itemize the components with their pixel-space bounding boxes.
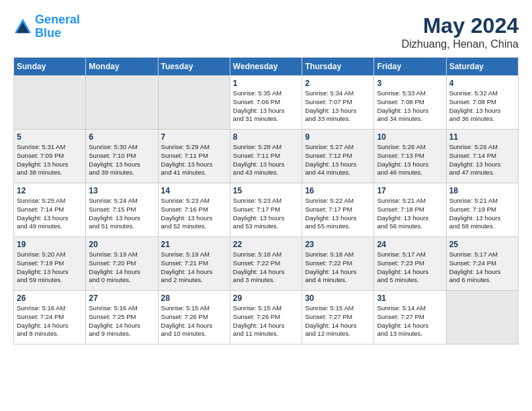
cell-content: Sunrise: 5:27 AM Sunset: 7:12 PM Dayligh… bbox=[305, 143, 371, 177]
header-saturday: Saturday bbox=[446, 58, 518, 76]
day-number: 14 bbox=[161, 186, 227, 195]
calendar-cell: 28Sunrise: 5:15 AM Sunset: 7:26 PM Dayli… bbox=[158, 291, 230, 345]
cell-content: Sunrise: 5:17 AM Sunset: 7:24 PM Dayligh… bbox=[449, 250, 515, 285]
header-wednesday: Wednesday bbox=[230, 58, 302, 76]
month-year: May 2024 bbox=[402, 13, 519, 38]
day-number: 3 bbox=[377, 79, 443, 88]
day-number: 15 bbox=[233, 186, 299, 195]
header-monday: Monday bbox=[86, 58, 158, 76]
calendar-cell: 26Sunrise: 5:16 AM Sunset: 7:24 PM Dayli… bbox=[14, 291, 86, 345]
calendar-cell: 23Sunrise: 5:18 AM Sunset: 7:22 PM Dayli… bbox=[302, 237, 374, 291]
calendar-cell: 6Sunrise: 5:30 AM Sunset: 7:10 PM Daylig… bbox=[86, 130, 158, 183]
header-sunday: Sunday bbox=[14, 58, 86, 76]
cell-content: Sunrise: 5:32 AM Sunset: 7:08 PM Dayligh… bbox=[449, 89, 515, 124]
cell-content: Sunrise: 5:15 AM Sunset: 7:26 PM Dayligh… bbox=[161, 304, 227, 338]
day-number: 11 bbox=[449, 132, 515, 142]
cell-content: Sunrise: 5:24 AM Sunset: 7:15 PM Dayligh… bbox=[89, 197, 154, 231]
day-number: 26 bbox=[17, 293, 83, 303]
calendar-cell: 27Sunrise: 5:16 AM Sunset: 7:25 PM Dayli… bbox=[86, 291, 158, 345]
logo-line2: Blue bbox=[35, 26, 61, 40]
day-number: 16 bbox=[305, 186, 371, 195]
calendar-cell: 1Sunrise: 5:35 AM Sunset: 7:06 PM Daylig… bbox=[230, 76, 302, 130]
day-number: 22 bbox=[233, 240, 299, 249]
calendar-cell: 18Sunrise: 5:21 AM Sunset: 7:19 PM Dayli… bbox=[446, 183, 518, 237]
cell-content: Sunrise: 5:16 AM Sunset: 7:24 PM Dayligh… bbox=[17, 304, 83, 338]
title-block: May 2024 Dizhuang, Henan, China bbox=[402, 13, 519, 50]
day-number: 1 bbox=[233, 79, 299, 88]
cell-content: Sunrise: 5:34 AM Sunset: 7:07 PM Dayligh… bbox=[305, 89, 371, 124]
day-number: 24 bbox=[377, 240, 443, 249]
cell-content: Sunrise: 5:29 AM Sunset: 7:11 PM Dayligh… bbox=[161, 143, 227, 177]
calendar-cell: 7Sunrise: 5:29 AM Sunset: 7:11 PM Daylig… bbox=[158, 130, 230, 183]
day-number: 7 bbox=[161, 132, 227, 142]
calendar-cell: 4Sunrise: 5:32 AM Sunset: 7:08 PM Daylig… bbox=[446, 76, 518, 130]
calendar-cell bbox=[158, 76, 230, 130]
week-row-5: 26Sunrise: 5:16 AM Sunset: 7:24 PM Dayli… bbox=[14, 291, 519, 345]
header-friday: Friday bbox=[374, 58, 446, 76]
cell-content: Sunrise: 5:17 AM Sunset: 7:23 PM Dayligh… bbox=[377, 250, 443, 285]
calendar-cell: 8Sunrise: 5:28 AM Sunset: 7:11 PM Daylig… bbox=[230, 130, 302, 183]
day-number: 23 bbox=[305, 240, 371, 249]
day-number: 30 bbox=[305, 293, 371, 303]
cell-content: Sunrise: 5:14 AM Sunset: 7:27 PM Dayligh… bbox=[377, 304, 443, 338]
cell-content: Sunrise: 5:21 AM Sunset: 7:18 PM Dayligh… bbox=[377, 197, 443, 231]
cell-content: Sunrise: 5:26 AM Sunset: 7:14 PM Dayligh… bbox=[449, 143, 515, 177]
cell-content: Sunrise: 5:20 AM Sunset: 7:19 PM Dayligh… bbox=[17, 250, 83, 285]
day-number: 12 bbox=[17, 186, 83, 195]
calendar-cell: 31Sunrise: 5:14 AM Sunset: 7:27 PM Dayli… bbox=[374, 291, 446, 345]
page-header: General Blue May 2024 Dizhuang, Henan, C… bbox=[13, 13, 519, 50]
day-number: 21 bbox=[161, 240, 227, 249]
calendar-cell: 10Sunrise: 5:26 AM Sunset: 7:13 PM Dayli… bbox=[374, 130, 446, 183]
day-number: 27 bbox=[89, 293, 154, 303]
calendar-cell: 5Sunrise: 5:31 AM Sunset: 7:09 PM Daylig… bbox=[14, 130, 86, 183]
cell-content: Sunrise: 5:18 AM Sunset: 7:22 PM Dayligh… bbox=[305, 250, 371, 285]
calendar-cell: 29Sunrise: 5:15 AM Sunset: 7:26 PM Dayli… bbox=[230, 291, 302, 345]
calendar-cell: 19Sunrise: 5:20 AM Sunset: 7:19 PM Dayli… bbox=[14, 237, 86, 291]
week-row-2: 5Sunrise: 5:31 AM Sunset: 7:09 PM Daylig… bbox=[14, 130, 519, 183]
header-row: SundayMondayTuesdayWednesdayThursdayFrid… bbox=[14, 58, 519, 76]
cell-content: Sunrise: 5:35 AM Sunset: 7:06 PM Dayligh… bbox=[233, 89, 299, 124]
cell-content: Sunrise: 5:21 AM Sunset: 7:19 PM Dayligh… bbox=[449, 197, 515, 231]
week-row-3: 12Sunrise: 5:25 AM Sunset: 7:14 PM Dayli… bbox=[14, 183, 519, 237]
calendar-cell: 15Sunrise: 5:23 AM Sunset: 7:17 PM Dayli… bbox=[230, 183, 302, 237]
logo-icon bbox=[13, 17, 32, 36]
week-row-1: 1Sunrise: 5:35 AM Sunset: 7:06 PM Daylig… bbox=[14, 76, 519, 130]
calendar-cell: 9Sunrise: 5:27 AM Sunset: 7:12 PM Daylig… bbox=[302, 130, 374, 183]
cell-content: Sunrise: 5:18 AM Sunset: 7:22 PM Dayligh… bbox=[233, 250, 299, 285]
calendar-cell: 21Sunrise: 5:19 AM Sunset: 7:21 PM Dayli… bbox=[158, 237, 230, 291]
calendar-cell: 24Sunrise: 5:17 AM Sunset: 7:23 PM Dayli… bbox=[374, 237, 446, 291]
cell-content: Sunrise: 5:16 AM Sunset: 7:25 PM Dayligh… bbox=[89, 304, 154, 338]
cell-content: Sunrise: 5:23 AM Sunset: 7:17 PM Dayligh… bbox=[233, 197, 299, 231]
day-number: 2 bbox=[305, 79, 371, 88]
cell-content: Sunrise: 5:23 AM Sunset: 7:16 PM Dayligh… bbox=[161, 197, 227, 231]
calendar-cell: 2Sunrise: 5:34 AM Sunset: 7:07 PM Daylig… bbox=[302, 76, 374, 130]
day-number: 13 bbox=[89, 186, 154, 195]
day-number: 31 bbox=[377, 293, 443, 303]
day-number: 8 bbox=[233, 132, 299, 142]
day-number: 29 bbox=[233, 293, 299, 303]
calendar-table: SundayMondayTuesdayWednesdayThursdayFrid… bbox=[13, 57, 519, 345]
cell-content: Sunrise: 5:22 AM Sunset: 7:17 PM Dayligh… bbox=[305, 197, 371, 231]
calendar-cell: 17Sunrise: 5:21 AM Sunset: 7:18 PM Dayli… bbox=[374, 183, 446, 237]
cell-content: Sunrise: 5:15 AM Sunset: 7:27 PM Dayligh… bbox=[305, 304, 371, 338]
calendar-cell: 30Sunrise: 5:15 AM Sunset: 7:27 PM Dayli… bbox=[302, 291, 374, 345]
logo-line1: General bbox=[35, 13, 80, 26]
day-number: 19 bbox=[17, 240, 83, 249]
cell-content: Sunrise: 5:33 AM Sunset: 7:08 PM Dayligh… bbox=[377, 89, 443, 124]
day-number: 28 bbox=[161, 293, 227, 303]
calendar-cell: 11Sunrise: 5:26 AM Sunset: 7:14 PM Dayli… bbox=[446, 130, 518, 183]
cell-content: Sunrise: 5:25 AM Sunset: 7:14 PM Dayligh… bbox=[17, 197, 83, 231]
header-thursday: Thursday bbox=[302, 58, 374, 76]
calendar-cell: 14Sunrise: 5:23 AM Sunset: 7:16 PM Dayli… bbox=[158, 183, 230, 237]
calendar-cell: 16Sunrise: 5:22 AM Sunset: 7:17 PM Dayli… bbox=[302, 183, 374, 237]
cell-content: Sunrise: 5:30 AM Sunset: 7:10 PM Dayligh… bbox=[89, 143, 154, 177]
header-tuesday: Tuesday bbox=[158, 58, 230, 76]
cell-content: Sunrise: 5:31 AM Sunset: 7:09 PM Dayligh… bbox=[17, 143, 83, 177]
cell-content: Sunrise: 5:19 AM Sunset: 7:20 PM Dayligh… bbox=[89, 250, 154, 285]
location: Dizhuang, Henan, China bbox=[402, 38, 519, 50]
logo-text: General Blue bbox=[35, 13, 80, 40]
logo: General Blue bbox=[13, 13, 80, 40]
calendar-cell bbox=[86, 76, 158, 130]
day-number: 9 bbox=[305, 132, 371, 142]
week-row-4: 19Sunrise: 5:20 AM Sunset: 7:19 PM Dayli… bbox=[14, 237, 519, 291]
